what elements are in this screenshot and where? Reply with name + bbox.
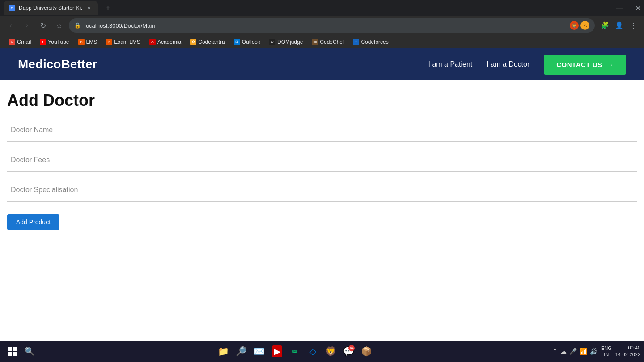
bookmark-item[interactable]: inLMS [75, 38, 101, 46]
url-display: localhost:3000/Doctor/Main [85, 22, 566, 29]
brave-icons: 🦁 ⚠ [570, 21, 589, 30]
bookmark-item[interactable]: GGmail [5, 38, 34, 46]
bookmark-label: DOMjudge [277, 39, 303, 45]
window-controls: ― □ ✕ [617, 5, 640, 11]
reload-button[interactable]: ↻ [37, 19, 49, 32]
contact-btn-label: CONTACT US [556, 61, 602, 68]
navigation-bar: ‹ › ↻ ☆ 🔒 localhost:3000/Doctor/Main 🦁 ⚠… [0, 16, 644, 35]
doctor-nav-link[interactable]: I am a Doctor [487, 60, 530, 68]
bookmark-favicon: G [9, 39, 15, 45]
bookmark-label: CodeChef [320, 39, 344, 45]
address-bar[interactable]: 🔒 localhost:3000/Doctor/Main 🦁 ⚠ [69, 18, 595, 33]
doctor-specialisation-group [7, 179, 637, 205]
bookmark-favicon: A [149, 39, 156, 45]
bookmark-item[interactable]: ╌Codeforces [349, 38, 392, 46]
maximize-button[interactable]: □ [626, 5, 631, 11]
bookmark-label: YouTube [48, 39, 69, 45]
bookmark-label: Codetantra [198, 39, 225, 45]
bookmark-favicon: D [269, 39, 275, 45]
bookmark-item[interactable]: ✿Codetantra [186, 38, 228, 46]
site-header: MedicoBetter I am a Patient I am a Docto… [0, 48, 644, 80]
bookmark-favicon: in [106, 39, 112, 45]
bookmarks-bar: GGmail▶YouTubeinLMSinExam LMSAAcademia✿C… [0, 35, 644, 48]
bookmark-label: Outlook [242, 39, 260, 45]
tab-title: Dapp University Starter Kit [19, 5, 82, 11]
bookmark-item[interactable]: inExam LMS [102, 38, 144, 46]
bookmark-label: Exam LMS [114, 39, 140, 45]
bookmark-label: Codeforces [361, 39, 388, 45]
bookmark-item[interactable]: ccCodeChef [308, 38, 347, 46]
browser-right-icons: 🧩 👤 ⋮ [598, 19, 640, 32]
page-title: Add Doctor [7, 91, 637, 110]
extensions-icon[interactable]: 🧩 [598, 19, 611, 32]
browser-tab[interactable]: D Dapp University Starter Kit ✕ [4, 1, 98, 15]
new-tab-button[interactable]: + [102, 2, 114, 14]
bookmark-favicon: cc [312, 39, 318, 45]
bookmark-favicon: ✿ [190, 39, 196, 45]
doctor-specialisation-input[interactable] [7, 179, 637, 202]
bookmark-label: LMS [86, 39, 97, 45]
minimize-button[interactable]: ― [617, 5, 623, 11]
doctor-name-input[interactable] [7, 119, 637, 142]
bookmark-favicon: ⊞ [234, 39, 240, 45]
bookmark-label: Academia [157, 39, 181, 45]
bookmark-label: Gmail [17, 39, 31, 45]
patient-nav-link[interactable]: I am a Patient [428, 60, 473, 68]
page-body: Add Doctor Add Product [0, 80, 644, 241]
tab-close-button[interactable]: ✕ [85, 4, 93, 12]
lock-icon: 🔒 [74, 22, 81, 29]
forward-button[interactable]: › [21, 19, 33, 32]
bookmark-item[interactable]: ⊞Outlook [230, 38, 264, 46]
bookmark-favicon: ▶ [40, 39, 46, 45]
close-button[interactable]: ✕ [635, 5, 640, 11]
doctor-fees-input[interactable] [7, 149, 637, 172]
tab-favicon: D [9, 5, 15, 11]
add-product-button[interactable]: Add Product [7, 214, 59, 230]
bookmark-favicon: in [78, 39, 85, 45]
doctor-name-group [7, 119, 637, 145]
contact-us-button[interactable]: CONTACT US → [544, 55, 626, 75]
menu-icon[interactable]: ⋮ [627, 19, 640, 32]
bookmark-favicon: ╌ [353, 39, 359, 45]
doctor-fees-group [7, 149, 637, 175]
profile-icon[interactable]: 👤 [613, 19, 625, 32]
bookmark-button[interactable]: ☆ [53, 19, 65, 32]
bookmark-item[interactable]: ▶YouTube [36, 38, 72, 46]
bookmark-item[interactable]: AAcademia [146, 38, 185, 46]
brave-warning-icon: ⚠ [580, 21, 589, 30]
site-navigation: I am a Patient I am a Doctor CONTACT US … [428, 55, 626, 75]
contact-btn-arrow: → [607, 61, 614, 68]
website-content: MedicoBetter I am a Patient I am a Docto… [0, 48, 644, 241]
bookmark-item[interactable]: DDOMjudge [266, 38, 306, 46]
brave-shield-icon: 🦁 [570, 21, 579, 30]
back-button[interactable]: ‹ [4, 19, 17, 32]
site-logo: MedicoBetter [18, 57, 97, 72]
